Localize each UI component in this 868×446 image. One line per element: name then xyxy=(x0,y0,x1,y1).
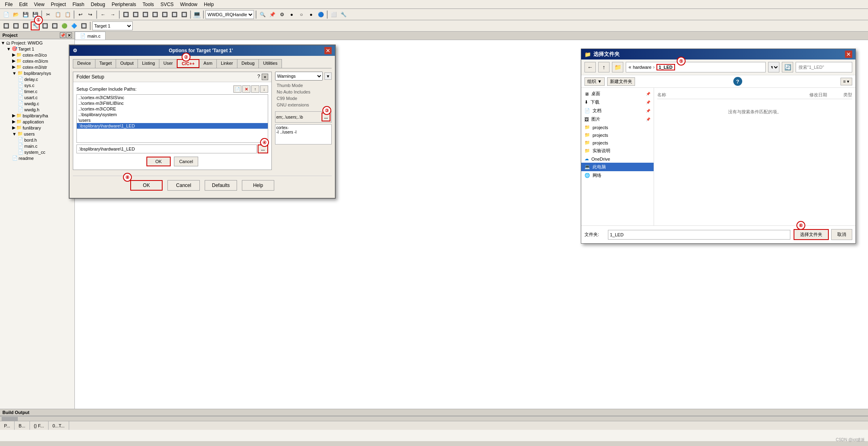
tree-usart[interactable]: 📄 usart.c xyxy=(1,94,74,100)
include-down-btn[interactable]: ↓ xyxy=(260,85,268,93)
tab-target[interactable]: Target xyxy=(95,59,116,68)
win-btn[interactable]: ⬜ xyxy=(329,10,338,19)
t2-btn9[interactable]: 🔲 xyxy=(79,21,88,30)
nav-back-btn[interactable]: ← xyxy=(584,62,596,72)
bkpt7-btn[interactable]: 🔲 xyxy=(180,10,188,19)
nav-back-btn[interactable]: ← xyxy=(99,10,108,19)
bkpt4-btn[interactable]: 🔲 xyxy=(150,10,159,19)
path-item-1[interactable]: ..\cortex-m3\CMSIS\inc xyxy=(77,95,268,100)
tab-utilities[interactable]: Utilities xyxy=(258,59,282,68)
menu-view[interactable]: View xyxy=(31,1,48,8)
pin-btn[interactable]: 📌 xyxy=(268,10,277,19)
settings-btn[interactable]: ⚙ xyxy=(277,10,286,19)
t2-btn7[interactable]: 🟢 xyxy=(60,21,69,30)
tree-bord[interactable]: 📄 bord.h xyxy=(1,137,74,143)
bottom-tab-f[interactable]: {} F... xyxy=(30,421,49,430)
menu-window[interactable]: Window xyxy=(177,1,201,8)
file-nav-proj3[interactable]: 📁 projects xyxy=(581,139,654,147)
tree-timer[interactable]: 📄 timer.c xyxy=(1,88,74,94)
tree-wwdg[interactable]: 📄 wwdg.c xyxy=(1,100,74,106)
view-list-btn[interactable]: ≡ ▾ xyxy=(840,78,852,85)
dot-btn4[interactable]: 🔵 xyxy=(316,10,325,19)
bkpt2-btn[interactable]: 🔲 xyxy=(131,10,140,19)
target-dropdown[interactable]: Target 1 xyxy=(92,21,133,30)
save-all-btn[interactable]: 💾 xyxy=(31,10,40,19)
warnings-select[interactable]: Warnings xyxy=(275,72,323,81)
new-btn[interactable]: 📄 xyxy=(2,10,11,19)
new-folder-btn[interactable]: 新建文件夹 xyxy=(607,77,635,86)
save-btn[interactable]: 💾 xyxy=(21,10,30,19)
cut-btn[interactable]: ✂ xyxy=(44,10,53,19)
tab-device[interactable]: Device xyxy=(73,59,95,68)
file-dialog-close-btn[interactable]: ✕ xyxy=(845,51,852,58)
nav-folder-icon-btn[interactable]: 📁 xyxy=(612,62,623,72)
dot-btn3[interactable]: ● xyxy=(307,10,315,19)
tab-linker[interactable]: Linker xyxy=(216,59,237,68)
file-nav-download[interactable]: ⬇ 下载 📌 xyxy=(581,98,654,106)
search-btn[interactable]: 🔍 xyxy=(258,10,267,19)
include-delete-btn[interactable]: ✕ xyxy=(242,85,250,93)
chip-icon[interactable]: 💻 xyxy=(193,10,201,19)
organize-btn[interactable]: 组织 ▼ xyxy=(584,77,605,86)
file-nav-desktop[interactable]: 🖥 桌面 📌 xyxy=(581,89,654,98)
tree-cotex1[interactable]: ▶ 📁 cotex-m3/co xyxy=(1,52,74,58)
tree-bsp-ha[interactable]: ▶ 📁 bsplibrary/ha xyxy=(1,113,74,119)
bkpt5-btn[interactable]: 🔲 xyxy=(160,10,169,19)
misc-browse-btn[interactable]: ... ③ xyxy=(322,113,330,121)
bottom-tab-b[interactable]: B... xyxy=(15,421,30,430)
hscrollbar[interactable] xyxy=(0,416,868,421)
tree-target[interactable]: ▼ 🎯 Target 1 xyxy=(1,46,74,52)
breadcrumb-dropdown[interactable]: ▼ xyxy=(768,62,779,72)
select-folder-btn[interactable]: 选择文件夹 ⑥ xyxy=(794,229,829,240)
tab-asm[interactable]: Asm xyxy=(199,59,217,68)
t2-btn1[interactable]: 🔲 xyxy=(2,21,11,30)
path-item-3[interactable]: ..\cortex-m3\CORE xyxy=(77,106,268,112)
menu-help[interactable]: Help xyxy=(201,1,217,8)
tree-readme[interactable]: 📄 readme xyxy=(1,155,74,161)
file-nav-proj2[interactable]: 📁 projects xyxy=(581,131,654,139)
open-btn[interactable]: 📂 xyxy=(11,10,20,19)
tab-listing[interactable]: Listing xyxy=(138,59,159,68)
options-cancel-btn[interactable]: Cancel xyxy=(167,180,200,191)
tab-main-c[interactable]: 📄 main.c xyxy=(75,32,106,40)
include-up-btn[interactable]: ↑ xyxy=(251,85,259,93)
file-nav-docs[interactable]: 📄 文档 📌 xyxy=(581,106,654,115)
tree-fun[interactable]: ▶ 📁 funlibrary xyxy=(1,125,74,131)
options-close-btn[interactable]: ✕ xyxy=(324,47,332,54)
tree-app[interactable]: ▶ 📁 application xyxy=(1,119,74,125)
file-nav-pics[interactable]: 🖼 图片 📌 xyxy=(581,115,654,123)
tab-output[interactable]: Output xyxy=(116,59,138,68)
tree-wwdgh[interactable]: 📄 wwdg.h xyxy=(1,106,74,113)
tree-main[interactable]: 📄 main.c xyxy=(1,143,74,149)
dot-btn1[interactable]: ● xyxy=(287,10,296,19)
t2-btn8[interactable]: 🔷 xyxy=(70,21,78,30)
redo-btn[interactable]: ↪ xyxy=(86,10,95,19)
tree-syscc[interactable]: 📄 system_cc xyxy=(1,149,74,155)
tab-user[interactable]: User xyxy=(159,59,177,68)
tree-users[interactable]: ▼ 📁 users xyxy=(1,131,74,137)
file-nav-network[interactable]: 🌐 网络 xyxy=(581,171,654,180)
copy-btn[interactable]: 📋 xyxy=(53,10,62,19)
t2-btn3[interactable]: 🔲 xyxy=(21,21,30,30)
menu-edit[interactable]: Edit xyxy=(16,1,31,8)
menu-peripherals[interactable]: Peripherals xyxy=(108,1,140,8)
tree-sys[interactable]: 📄 sys.c xyxy=(1,82,74,88)
paste-btn[interactable]: 📋 xyxy=(63,10,72,19)
tree-delay[interactable]: 📄 delay.c xyxy=(1,76,74,82)
panel-pin-btn[interactable]: 📌 xyxy=(60,32,66,38)
path-item-6[interactable]: .\bsplibrary\hardware\1_LED xyxy=(77,123,268,129)
bkpt-btn[interactable]: 🔲 xyxy=(121,10,130,19)
bottom-tab-t[interactable]: 0...T... xyxy=(49,421,69,430)
tab-debug[interactable]: Debug xyxy=(237,59,259,68)
cortex-text-area[interactable]: cortex--I ../users -l xyxy=(275,124,332,144)
options-help-btn[interactable]: Help xyxy=(242,180,274,191)
dot-btn2[interactable]: ○ xyxy=(297,10,306,19)
t2-btn5[interactable]: 🔲 xyxy=(40,21,49,30)
options-defaults-btn[interactable]: Defaults xyxy=(205,180,237,191)
bkpt3-btn[interactable]: 🔲 xyxy=(141,10,150,19)
file-cancel-btn[interactable]: 取消 xyxy=(831,229,852,240)
folder-setup-close[interactable]: ✕ xyxy=(262,74,268,80)
include-paths-list[interactable]: ..\cortex-m3\CMSIS\inc ..\cortex-m3\FWLI… xyxy=(76,94,268,143)
bottom-tab-p[interactable]: P... xyxy=(0,421,15,430)
menu-project[interactable]: Project xyxy=(48,1,69,8)
